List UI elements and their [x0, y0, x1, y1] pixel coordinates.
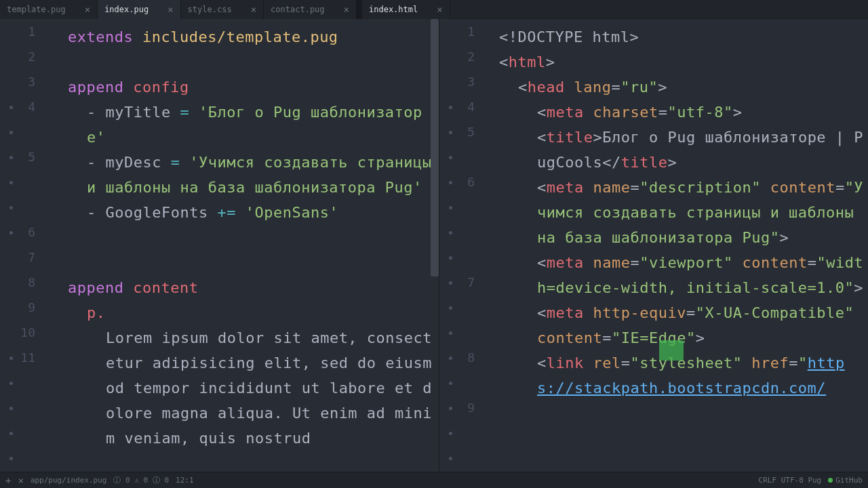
close-icon[interactable]: × — [344, 4, 349, 15]
tab-contact[interactable]: contact.pug× — [264, 0, 357, 19]
close-icon[interactable]: × — [251, 4, 256, 15]
close-icon[interactable]: × — [167, 4, 173, 15]
file-path[interactable]: app/pug/index.pug — [31, 476, 107, 485]
tab-index-html[interactable]: index.html× — [362, 0, 450, 19]
gutter-left: 1 2 3 4 5 6 7 8 9 10 11 — [0, 19, 43, 472]
scrollbar[interactable] — [431, 19, 439, 277]
diagnostics[interactable]: ⓘ 0 ⚠ 0 ⓘ 0 — [113, 475, 169, 485]
close-icon[interactable]: × — [437, 4, 442, 15]
tab-style[interactable]: style.css× — [181, 0, 264, 19]
gutter-right: 1 2 3 4 5 6 7 8 9 — [439, 19, 483, 472]
tab-index-pug[interactable]: index.pug× — [98, 0, 180, 19]
code-left[interactable]: extends includes/template.pug append con… — [43, 19, 439, 451]
editor-right[interactable]: 1 2 3 4 5 6 7 8 9 <!DOCTYPE html> <html>… — [439, 19, 868, 472]
close-icon[interactable]: × — [18, 475, 23, 486]
cursor-position[interactable]: 12:1 — [176, 476, 194, 485]
tab-template[interactable]: template.pug× — [0, 0, 98, 19]
close-icon[interactable]: × — [85, 4, 90, 15]
encoding[interactable]: CRLF UTF-8 Pug — [759, 476, 822, 485]
cursor-highlight — [659, 340, 684, 361]
tab-bar: template.pug× index.pug× style.css× cont… — [0, 0, 868, 19]
plus-icon[interactable]: + — [5, 475, 11, 486]
editor-left[interactable]: 1 2 3 4 5 6 7 8 9 10 11 extends includes… — [0, 19, 439, 472]
status-bar: + × app/pug/index.pug ⓘ 0 ⚠ 0 ⓘ 0 12:1 C… — [0, 472, 868, 488]
git-branch[interactable]: GitHub — [828, 476, 863, 485]
